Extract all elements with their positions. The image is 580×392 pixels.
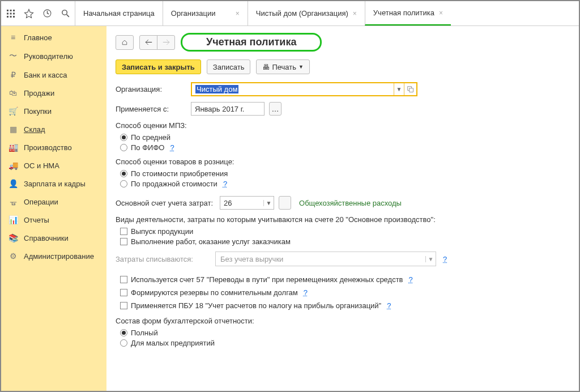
sidebar-item-purchases[interactable]: 🛒Покупки <box>1 102 106 120</box>
grid-icon: ▦ <box>8 125 18 134</box>
history-icon[interactable] <box>42 8 52 19</box>
sidebar-item-sales[interactable]: 🛍Продажи <box>1 84 106 102</box>
check-production[interactable] <box>120 228 127 235</box>
radio-mpz-fifo[interactable] <box>120 144 127 151</box>
chart-icon: 〜 <box>8 51 18 61</box>
sidebar-item-label: Банк и касса <box>24 71 67 79</box>
svg-rect-6 <box>7 16 8 18</box>
sidebar-item-production[interactable]: 🏭Производство <box>1 138 106 156</box>
help-icon[interactable]: ? <box>387 301 391 310</box>
organization-input[interactable]: Чистый дом ▼ <box>191 82 417 96</box>
star-icon[interactable] <box>24 8 34 19</box>
period-picker-button[interactable]: … <box>269 102 282 116</box>
tab-label: Начальная страница <box>83 9 155 18</box>
organization-value: Чистый дом <box>195 85 238 93</box>
activities-label: Виды деятельности, затраты по которым уч… <box>116 215 570 224</box>
cost-account-hint: Общехозяйственные расходы <box>299 199 402 207</box>
applies-from-input[interactable]: Январь 2017 г. <box>191 102 265 116</box>
help-icon[interactable]: ? <box>223 180 227 188</box>
open-ref-icon[interactable] <box>279 196 291 210</box>
sidebar-item-admin[interactable]: ⚙Администрирование <box>1 247 106 265</box>
sidebar-item-label: ОС и НМА <box>24 161 59 170</box>
search-icon[interactable] <box>60 8 70 19</box>
sidebar-item-operations[interactable]: ᚗОперации <box>1 193 106 211</box>
mpz-method-label: Способ оценки МПЗ: <box>116 121 570 130</box>
radio-reports-full[interactable] <box>120 329 127 336</box>
cart-icon: 🛒 <box>8 106 18 116</box>
help-icon[interactable]: ? <box>409 275 413 284</box>
radio-retail-sale[interactable] <box>120 180 127 188</box>
svg-rect-5 <box>13 12 15 14</box>
writeoff-select[interactable]: Без учета выручки ▼ <box>215 252 436 266</box>
check-pbu18[interactable] <box>120 302 127 309</box>
sidebar-item-label: Продажи <box>24 89 54 97</box>
svg-rect-2 <box>13 10 15 11</box>
svg-point-10 <box>62 10 67 15</box>
home-button[interactable] <box>116 35 134 50</box>
dropdown-icon[interactable]: ▼ <box>263 200 274 206</box>
sidebar-item-references[interactable]: 📚Справочники <box>1 229 106 247</box>
help-icon[interactable]: ? <box>443 255 447 263</box>
tab-organizations[interactable]: Организации × <box>163 1 248 25</box>
truck-icon: 🚚 <box>8 161 18 170</box>
radio-mpz-average[interactable] <box>120 134 127 141</box>
close-icon[interactable]: × <box>439 9 443 17</box>
print-label: Печать <box>272 63 296 71</box>
sidebar-item-reports[interactable]: 📊Отчеты <box>1 211 106 229</box>
help-icon[interactable]: ? <box>304 288 308 297</box>
check-label: Используется счет 57 "Переводы в пути" п… <box>131 275 403 284</box>
help-icon[interactable]: ? <box>170 143 174 152</box>
person-icon: 👤 <box>8 179 18 188</box>
printer-icon: 🖶 <box>262 63 270 71</box>
close-icon[interactable]: × <box>236 10 240 18</box>
books-icon: 📚 <box>8 233 18 242</box>
close-icon[interactable]: × <box>353 10 357 18</box>
radio-reports-small[interactable] <box>120 339 127 347</box>
tab-label: Организации <box>171 9 216 18</box>
radio-label: По средней <box>131 133 170 142</box>
svg-rect-3 <box>7 12 8 14</box>
writeoff-label: Затраты списываются: <box>116 255 211 263</box>
cost-account-value: 26 <box>220 197 263 209</box>
back-button[interactable]: 🡠 <box>139 35 157 50</box>
svg-rect-8 <box>13 16 15 18</box>
sidebar-item-manager[interactable]: 〜Руководителю <box>1 46 106 66</box>
svg-rect-0 <box>7 10 8 11</box>
check-label: Выполнение работ, оказание услуг заказчи… <box>131 237 291 246</box>
factory-icon: 🏭 <box>8 143 18 152</box>
sidebar-item-label: Справочники <box>24 234 69 242</box>
check-account-57[interactable] <box>120 276 127 283</box>
check-services[interactable] <box>120 238 127 245</box>
cost-account-input[interactable]: 26 ▼ <box>220 196 274 210</box>
bag-icon: 🛍 <box>8 88 18 97</box>
radio-label: По стоимости приобретения <box>131 169 228 178</box>
svg-rect-7 <box>10 16 12 18</box>
tab-home[interactable]: Начальная страница <box>75 1 163 25</box>
print-button[interactable]: 🖶 Печать ▼ <box>256 59 310 74</box>
sidebar-item-assets[interactable]: 🚚ОС и НМА <box>1 156 106 174</box>
sidebar-item-salary[interactable]: 👤Зарплата и кадры <box>1 174 106 193</box>
sidebar-item-label: Администрирование <box>24 252 94 261</box>
check-label: Выпуск продукции <box>131 227 193 236</box>
sidebar-item-label: Руководителю <box>24 52 73 61</box>
save-and-close-button[interactable]: Записать и закрыть <box>116 59 201 74</box>
applies-from-value: Январь 2017 г. <box>191 103 264 115</box>
tab-org-clean-house[interactable]: Чистый дом (Организация) × <box>248 1 365 25</box>
ruble-icon: ₽ <box>8 70 18 79</box>
dropdown-icon[interactable]: ▼ <box>394 83 404 95</box>
radio-retail-cost[interactable] <box>120 170 127 177</box>
save-button[interactable]: Записать <box>207 59 251 74</box>
forward-button[interactable]: 🡢 <box>157 35 175 50</box>
tab-accounting-policy[interactable]: Учетная политика × <box>365 1 451 25</box>
check-reserves[interactable] <box>120 289 127 296</box>
check-label: Применяется ПБУ 18 "Учет расчетов по нал… <box>131 301 381 310</box>
svg-rect-4 <box>10 12 12 14</box>
reports-composition-label: Состав форм бухгалтерской отчетности: <box>116 317 570 325</box>
sidebar-item-bank[interactable]: ₽Банк и касса <box>1 66 106 84</box>
svg-rect-1 <box>10 10 12 11</box>
sidebar-item-warehouse[interactable]: ▦Склад <box>1 120 106 138</box>
dropdown-icon[interactable]: ▼ <box>425 256 436 262</box>
apps-icon[interactable] <box>6 8 16 19</box>
sidebar-item-main[interactable]: ≡Главное <box>1 28 106 46</box>
open-ref-icon[interactable] <box>404 83 416 95</box>
